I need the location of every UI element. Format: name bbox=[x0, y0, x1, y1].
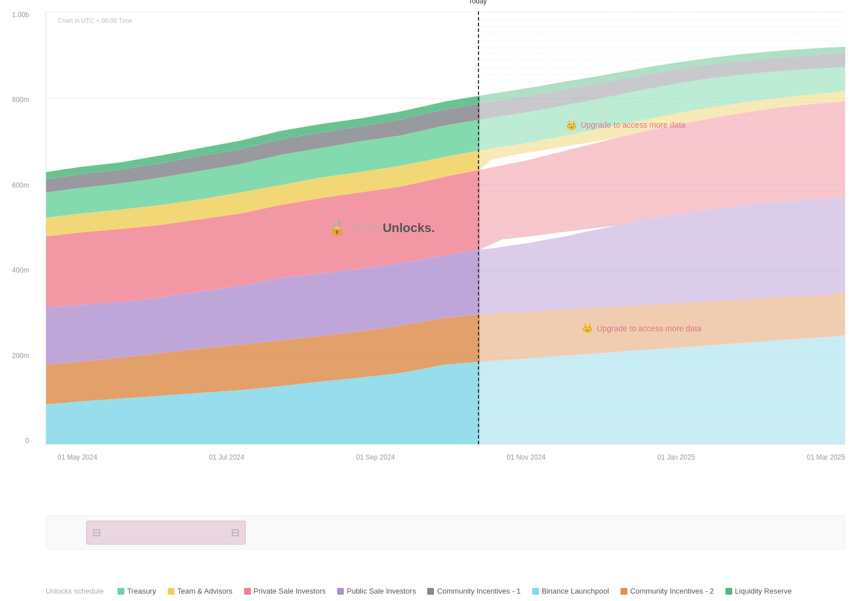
x-label-nov: 01 Nov 2024 bbox=[506, 453, 545, 461]
legend-label-treasury: Treasury bbox=[127, 587, 156, 595]
legend-color-binance bbox=[532, 588, 539, 595]
scroll-left-handle[interactable]: ⊟ bbox=[92, 527, 101, 538]
y-label-600m: 600m bbox=[12, 182, 29, 189]
legend-label-public: Public Sale Investors bbox=[347, 587, 416, 595]
y-label-1b: 1.00b bbox=[12, 11, 29, 18]
upgrade-overlay bbox=[478, 11, 845, 444]
legend-item-community1: Community Incentives - 1 bbox=[427, 587, 521, 595]
x-label-jul: 01 Jul 2024 bbox=[209, 453, 244, 461]
legend-color-community1 bbox=[427, 588, 434, 595]
y-label-400m: 400m bbox=[12, 267, 29, 274]
x-label-sep: 01 Sep 2024 bbox=[356, 453, 395, 461]
x-label-mar: 01 Mar 2025 bbox=[807, 453, 845, 461]
crown-icon-top: 👑 bbox=[566, 120, 577, 131]
legend-label-liquidity: Liquidity Reserve bbox=[735, 587, 792, 595]
legend-item-team: Team & Advisors bbox=[168, 587, 233, 595]
scrollbar-thumb[interactable]: ⊟ ⊟ bbox=[86, 521, 246, 545]
y-label-200m: 200m bbox=[12, 352, 29, 359]
legend-color-liquidity bbox=[725, 588, 732, 595]
legend-item-community2: Community Incentives - 2 bbox=[620, 587, 714, 595]
legend-label-binance: Binance Launchpool bbox=[542, 587, 609, 595]
legend-label-community2: Community Incentives - 2 bbox=[630, 587, 714, 595]
scroll-right-handle[interactable]: ⊟ bbox=[231, 527, 240, 538]
legend-color-public bbox=[337, 588, 344, 595]
watermark-logo: 🔒 bbox=[328, 220, 346, 236]
x-label-may: 01 May 2024 bbox=[58, 453, 97, 461]
legend: Unlocks schedule Treasury Team & Advisor… bbox=[46, 587, 845, 595]
chart-area: Chart in UTC + 00:00 Time 1.00b 800m 600… bbox=[46, 11, 845, 445]
legend-item-public: Public Sale Investors bbox=[337, 587, 416, 595]
legend-item-treasury: Treasury bbox=[117, 587, 156, 595]
legend-label-community1: Community Incentives - 1 bbox=[437, 587, 521, 595]
legend-label-private: Private Sale Investors bbox=[254, 587, 326, 595]
legend-color-private bbox=[244, 588, 251, 595]
x-axis: 01 May 2024 01 Jul 2024 01 Sep 2024 01 N… bbox=[46, 453, 845, 461]
legend-item-liquidity: Liquidity Reserve bbox=[725, 587, 792, 595]
legend-color-treasury bbox=[117, 588, 124, 595]
legend-item-private: Private Sale Investors bbox=[244, 587, 326, 595]
legend-color-community2 bbox=[620, 588, 627, 595]
legend-color-team bbox=[168, 588, 175, 595]
upgrade-msg-top: 👑 Upgrade to access more data bbox=[566, 120, 686, 131]
watermark: 🔒 TokenUnlocks. bbox=[328, 220, 435, 236]
y-label-800m: 800m bbox=[12, 96, 29, 103]
watermark-text: TokenUnlocks. bbox=[349, 221, 435, 235]
upgrade-msg-bottom: 👑 Upgrade to access more data bbox=[582, 323, 701, 334]
legend-item-binance: Binance Launchpool bbox=[532, 587, 609, 595]
x-label-jan: 01 Jan 2025 bbox=[658, 453, 695, 461]
today-label: Today bbox=[469, 0, 487, 5]
y-label-0: 0 bbox=[25, 437, 29, 444]
legend-label-team: Team & Advisors bbox=[177, 587, 233, 595]
grid-line-0 bbox=[46, 444, 845, 445]
y-axis: 1.00b 800m 600m 400m 200m 0 bbox=[12, 11, 29, 444]
today-line: Today bbox=[478, 11, 479, 444]
unlocks-schedule-label: Unlocks schedule bbox=[46, 587, 104, 595]
crown-icon-bottom: 👑 bbox=[582, 323, 593, 334]
scrollbar-area[interactable]: ⊟ ⊟ bbox=[46, 515, 845, 550]
chart-container: Chart in UTC + 00:00 Time 1.00b 800m 600… bbox=[0, 0, 868, 601]
